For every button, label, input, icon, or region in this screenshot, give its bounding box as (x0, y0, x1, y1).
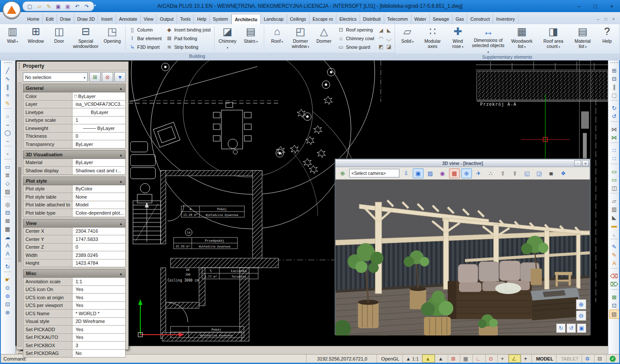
section-header-misc[interactable]: Misc (23, 269, 126, 278)
polyline-tool[interactable]: ∿ (3, 75, 13, 83)
line-tool[interactable]: ╱ (3, 66, 13, 75)
dimensions-of-selected-objects-button[interactable]: ↔Dimensions of selected objects (469, 25, 507, 53)
tab-ceilings[interactable]: Ceilings (287, 14, 310, 24)
bar-element-button[interactable]: IBar element (128, 35, 163, 42)
roof-accessory-1-button[interactable]: ◢ (377, 26, 385, 34)
polygon-tool[interactable]: ◇ (3, 179, 13, 187)
tab-draw-3d[interactable]: Draw 3D (74, 14, 98, 24)
axonometry-se-button[interactable]: ◱ (522, 168, 532, 178)
spline-tool[interactable]: ≈ (3, 91, 13, 99)
fillet-button[interactable]: ◟ (610, 230, 619, 238)
zoom-previous-button[interactable]: ⊙ (3, 284, 13, 292)
section-header-general[interactable]: General (23, 84, 126, 92)
tab-home[interactable]: Home (24, 14, 43, 24)
tab-distribution[interactable]: Distributi (360, 14, 384, 24)
tab-sewage[interactable]: Sewage (430, 14, 452, 24)
collapse-icon[interactable] (119, 271, 123, 276)
solid-button[interactable]: ▱Solid (396, 25, 419, 53)
collapse-icon[interactable] (119, 152, 123, 157)
window-button[interactable]: ⊞Window (24, 25, 47, 52)
region-tool[interactable]: ▨ (3, 187, 13, 196)
erase-button[interactable]: ⌫ (610, 272, 619, 280)
snap-toggle[interactable]: ⊞ (448, 355, 460, 363)
copy-nested-button[interactable]: ⊟ (610, 75, 619, 83)
parallel-view-button[interactable]: ▨ (425, 168, 436, 178)
tab-help[interactable]: Help (194, 14, 210, 24)
add-camera-button[interactable]: ⊕ (337, 168, 348, 178)
f3d-import-button[interactable]: ↳F3D import (128, 43, 163, 51)
annotation-autoscale-toggle[interactable]: ▲ (435, 355, 448, 363)
doc-minimize-button[interactable]: – (595, 16, 601, 22)
osnap-toggle[interactable]: + (497, 355, 508, 363)
hatch-tool[interactable]: ▦ (3, 225, 13, 233)
camera-light-button[interactable]: ◙ (546, 168, 557, 178)
help-button[interactable]: ?Help (595, 25, 619, 53)
dormer-button[interactable]: △Dormer (312, 25, 335, 52)
properties-button[interactable]: ▤ (609, 310, 620, 319)
chamfer-button[interactable]: ◣ (610, 213, 619, 222)
close-button[interactable]: × (604, 0, 620, 12)
stairs-button[interactable]: ▤Stairs (239, 25, 263, 52)
viewer-minimize-button[interactable]: ▫ (574, 160, 581, 166)
tab-gas[interactable]: Gas (452, 14, 467, 24)
chimney-button[interactable]: ◪Chimney (216, 25, 239, 52)
strip-footing-button[interactable]: ≋Strip footing (164, 43, 212, 51)
roof-accessory-3-button[interactable]: ◠ (377, 34, 385, 42)
doc-close-button[interactable]: × (611, 16, 617, 22)
minimize-button[interactable]: – (571, 0, 587, 12)
section-header-3d-visualisation[interactable]: 3D Visualisation (23, 150, 126, 159)
viewer-3d-titlebar[interactable]: 3D view - [Inactive] ▫× (335, 159, 590, 167)
rotate-reference-button[interactable]: ↺ (610, 112, 619, 120)
wipeout-tool[interactable]: ⊠ (3, 217, 13, 225)
explode-button[interactable]: ⊠ (610, 293, 619, 301)
measure-button[interactable]: ▬ (610, 222, 619, 230)
tab-view[interactable]: View (141, 14, 157, 24)
arc-continue-tool[interactable]: ⌢ (3, 137, 13, 145)
restore-view-button[interactable]: ⇪ (509, 168, 520, 178)
fit-view-button[interactable]: ▣ (577, 323, 586, 333)
tab-escape-routes[interactable]: Escape ro (310, 14, 336, 24)
orbit-vertical-button[interactable]: ↺ (566, 323, 576, 333)
roof-opening-button[interactable]: ⊡Roof opening (336, 26, 375, 34)
arcadia-logo-icon[interactable] (3, 1, 21, 19)
rotate-button[interactable]: ↻ (610, 104, 619, 112)
material-list-button[interactable]: ▤Material list (570, 25, 595, 53)
apply-camera-button[interactable]: ⇩ (401, 168, 411, 178)
tab-draw[interactable]: Draw (57, 14, 74, 24)
tab-output[interactable]: Output (157, 14, 177, 24)
tab-inventory[interactable]: Inventory (493, 14, 518, 24)
column-button[interactable]: ▯Column (128, 26, 163, 34)
copy-button[interactable]: ⊞ (610, 66, 619, 75)
array-button[interactable]: ∷ (610, 146, 619, 155)
roof-accessory-5-button[interactable]: ◩ (377, 42, 385, 51)
model-space-toggle[interactable]: MODEL (531, 355, 557, 363)
cursor-coordinates[interactable]: 3192.5256,2072.6721,0 (306, 355, 376, 363)
rectangle-tool[interactable]: ▭ (3, 163, 13, 171)
pan-button[interactable]: ☛ (3, 275, 13, 284)
zoom-out-button[interactable]: ⊖ (576, 310, 586, 321)
tab-insert[interactable]: Insert (98, 14, 116, 24)
flythrough-button[interactable]: ✈ (473, 168, 484, 178)
ellipse-tool[interactable]: ◯ (3, 129, 13, 137)
offset-button[interactable]: ∥ (610, 83, 619, 91)
collapse-icon[interactable] (119, 221, 123, 226)
arc-tool[interactable]: ⌣ (3, 120, 13, 129)
leader-tool[interactable]: ⊟ (3, 209, 13, 217)
quick-select-button[interactable]: ⊞ (89, 72, 101, 82)
save-view-button[interactable]: ⇧ (497, 168, 508, 178)
edit-text-button[interactable]: A (610, 259, 619, 267)
sketch-tool[interactable]: ✎ (3, 99, 13, 108)
woodwork-list-button[interactable]: ▦Woodwork list (507, 25, 537, 53)
selection-dropdown[interactable]: No selection (23, 73, 88, 82)
scale-button[interactable]: ▥ (610, 205, 619, 213)
tab-tools[interactable]: Tools (177, 14, 194, 24)
point-tool[interactable]: ▫ (3, 150, 13, 158)
roof-accessory-2-button[interactable]: ◣ (385, 26, 393, 34)
mtext-tool[interactable]: A (3, 250, 13, 258)
toolbar-grip[interactable] (4, 62, 12, 66)
roof-button[interactable]: ⌂Roof (266, 25, 289, 52)
filter-button[interactable]: ▼ (114, 72, 126, 82)
viewer-close-button[interactable]: × (582, 160, 589, 166)
annotation-visibility-toggle[interactable]: ▲ (422, 355, 435, 363)
zoom-in-button[interactable]: ⊕ (576, 299, 586, 310)
